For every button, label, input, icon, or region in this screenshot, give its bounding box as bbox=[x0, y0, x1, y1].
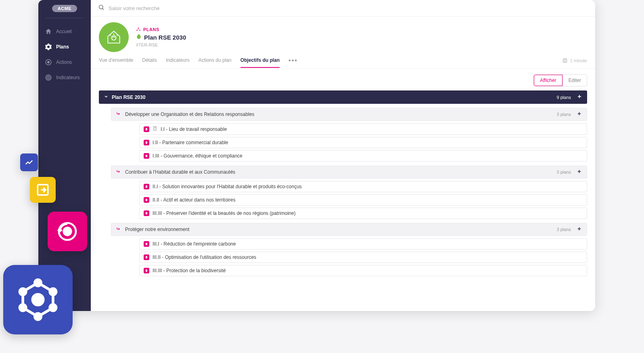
toolbar: Afficher Editer bbox=[91, 69, 595, 90]
tree-leaf-label: II.II - Actif et acteur dans nos territo… bbox=[153, 197, 235, 203]
svg-point-13 bbox=[140, 30, 140, 31]
tabs: Vue d'ensemble Détails Indicateurs Actio… bbox=[91, 52, 595, 69]
svg-rect-36 bbox=[146, 269, 147, 271]
tree-group-count: 3 plans bbox=[557, 170, 571, 174]
tab-objectifs[interactable]: Objectifs du plan bbox=[240, 57, 280, 68]
main-content: PLANS Plan RSE 2030 #TER-RSE Vue d'ensem… bbox=[91, 0, 595, 311]
tree-leaf-list: I.I - Lieu de travail responsable I.II -… bbox=[139, 123, 587, 162]
svg-point-47 bbox=[33, 294, 43, 305]
svg-rect-26 bbox=[146, 155, 147, 157]
tree-leaf-list: II.I - Solution innovantes pour l'Habita… bbox=[139, 181, 587, 219]
svg-point-4 bbox=[48, 77, 49, 78]
sidebar: ACME Accueil Plans Actions Indicateurs bbox=[38, 0, 91, 311]
svg-rect-30 bbox=[146, 199, 147, 201]
building-icon bbox=[153, 126, 157, 132]
tree-leaf[interactable]: II.I - Solution innovantes pour l'Habita… bbox=[139, 181, 587, 192]
add-plan-button[interactable] bbox=[577, 94, 582, 101]
tree-group: Protéger notre environnement 3 plans III… bbox=[111, 223, 587, 276]
add-subplan-button[interactable] bbox=[577, 111, 582, 118]
plan-header: PLANS Plan RSE 2030 #TER-RSE bbox=[91, 17, 595, 52]
svg-rect-29 bbox=[146, 185, 147, 187]
edit-button[interactable]: Editer bbox=[562, 75, 587, 86]
tree-leaf-list: III.I - Réduction de l'empreinte carbone… bbox=[139, 238, 587, 276]
search-input[interactable] bbox=[109, 5, 588, 11]
enter-arrow-icon bbox=[116, 111, 121, 118]
sidebar-item-plans[interactable]: Plans bbox=[38, 39, 91, 55]
target-icon bbox=[45, 59, 52, 66]
gear-icon bbox=[45, 43, 52, 50]
svg-rect-25 bbox=[146, 141, 147, 143]
objectives-tree: Plan RSE 2030 9 plans Développer une Org… bbox=[91, 90, 595, 284]
add-subplan-button[interactable] bbox=[577, 226, 582, 233]
plan-tag: #TER-RSE bbox=[136, 42, 186, 47]
tab-more[interactable]: ••• bbox=[289, 57, 298, 68]
svg-point-12 bbox=[137, 30, 138, 31]
tree-leaf[interactable]: III.I - Réduction de l'empreinte carbone bbox=[139, 238, 587, 250]
svg-point-5 bbox=[99, 5, 103, 9]
breadcrumb[interactable]: PLANS bbox=[136, 27, 186, 32]
tab-actions[interactable]: Actions du plan bbox=[199, 57, 232, 68]
leaf-icon bbox=[136, 34, 142, 41]
svg-point-45 bbox=[20, 305, 26, 311]
svg-rect-35 bbox=[146, 256, 147, 258]
search-icon bbox=[98, 4, 105, 12]
svg-point-43 bbox=[50, 305, 56, 311]
sidebar-item-accueil[interactable]: Accueil bbox=[38, 24, 91, 39]
tab-details[interactable]: Détails bbox=[142, 57, 157, 68]
tree-group-title: Contribuer à l'Habitat durable et aux Co… bbox=[125, 169, 235, 175]
plan-avatar bbox=[99, 22, 129, 52]
doc-icon bbox=[144, 254, 149, 260]
tree-leaf-label: II.I - Solution innovantes pour l'Habita… bbox=[153, 184, 302, 189]
tree-leaf-label: III.II - Optimisation de l'utilisation d… bbox=[153, 254, 256, 260]
svg-line-10 bbox=[117, 35, 117, 36]
float-tile-refresh bbox=[48, 212, 87, 251]
sidebar-item-label: Plans bbox=[56, 44, 69, 50]
topbar bbox=[91, 0, 595, 17]
float-tile-logo bbox=[3, 265, 73, 334]
doc-icon bbox=[144, 140, 149, 145]
divider bbox=[46, 18, 84, 18]
doc-icon bbox=[144, 268, 149, 273]
tree-leaf[interactable]: I.III - Gouvernance, éthique et complian… bbox=[139, 150, 587, 162]
tree-group: Contribuer à l'Habitat durable et aux Co… bbox=[111, 166, 587, 219]
tree-root[interactable]: Plan RSE 2030 9 plans bbox=[99, 90, 587, 104]
tree-leaf[interactable]: II.II - Actif et acteur dans nos territo… bbox=[139, 194, 587, 206]
tree-leaf[interactable]: III.II - Optimisation de l'utilisation d… bbox=[139, 252, 587, 263]
float-tile-enter bbox=[30, 177, 56, 203]
doc-icon bbox=[144, 241, 149, 247]
enter-arrow-icon bbox=[116, 227, 121, 233]
svg-line-6 bbox=[102, 8, 104, 10]
svg-rect-34 bbox=[146, 243, 147, 245]
sidebar-item-label: Actions bbox=[56, 59, 72, 65]
tree-leaf-label: I.I - Lieu de travail responsable bbox=[161, 126, 227, 132]
tree-group-header[interactable]: Contribuer à l'Habitat durable et aux Co… bbox=[111, 166, 587, 179]
tree-leaf-label: I.III - Gouvernance, éthique et complian… bbox=[153, 153, 243, 159]
svg-point-38 bbox=[64, 228, 71, 235]
svg-rect-20 bbox=[154, 127, 156, 130]
brand-badge: ACME bbox=[52, 5, 77, 12]
tree-leaf[interactable]: III.III - Préserver l'identité et la bea… bbox=[139, 208, 587, 219]
tab-indicateurs[interactable]: Indicateurs bbox=[166, 57, 190, 68]
tree-group-header[interactable]: Protéger notre environnement 3 plans bbox=[111, 223, 587, 236]
page-title: Plan RSE 2030 bbox=[144, 34, 186, 41]
app-window: ACME Accueil Plans Actions Indicateurs bbox=[38, 0, 595, 311]
tree-root-count: 9 plans bbox=[557, 95, 571, 100]
tree-leaf-label: III.I - Réduction de l'empreinte carbone bbox=[153, 241, 236, 247]
svg-rect-14 bbox=[563, 59, 567, 62]
view-edit-toggle: Afficher Editer bbox=[533, 74, 587, 86]
sidebar-item-indicateurs[interactable]: Indicateurs bbox=[38, 70, 91, 85]
tab-overview[interactable]: Vue d'ensemble bbox=[99, 57, 133, 68]
chevron-down-icon bbox=[104, 94, 109, 100]
svg-rect-19 bbox=[146, 128, 147, 130]
show-button[interactable]: Afficher bbox=[534, 75, 562, 86]
enter-arrow-icon bbox=[116, 169, 121, 175]
tree-leaf[interactable]: I.II - Partenaire commercial durable bbox=[139, 137, 587, 148]
tree-leaf[interactable]: I.I - Lieu de travail responsable bbox=[139, 123, 587, 135]
svg-point-42 bbox=[50, 289, 56, 295]
tree-group-title: Protéger notre environnement bbox=[125, 227, 189, 232]
tree-group-header[interactable]: Développer une Organisation et des Relat… bbox=[111, 108, 587, 121]
tree-group-count: 3 plans bbox=[557, 112, 571, 117]
tree-leaf[interactable]: III.III - Protection de la biodiversité bbox=[139, 265, 587, 276]
sidebar-item-actions[interactable]: Actions bbox=[38, 55, 91, 70]
add-subplan-button[interactable] bbox=[577, 169, 582, 175]
